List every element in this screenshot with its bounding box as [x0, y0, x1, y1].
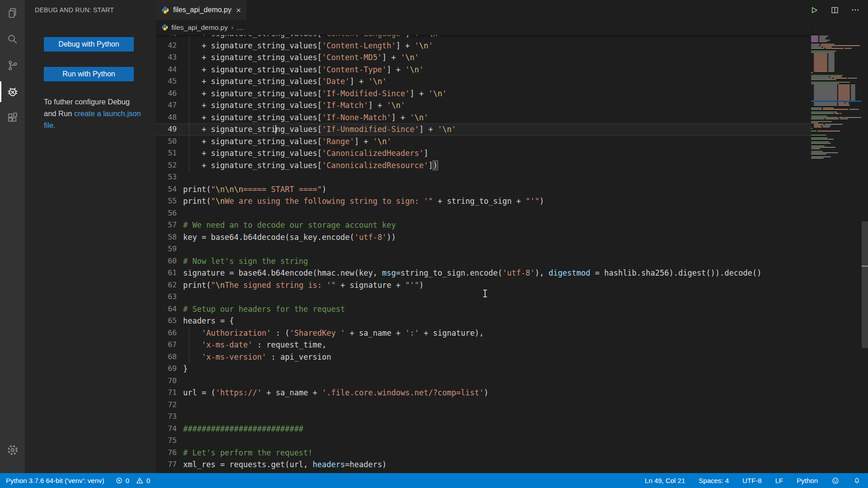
code-line[interactable]: 61signature = base64.b64encode(hmac.new(…	[156, 267, 811, 279]
code-line[interactable]: 77xml_res = requests.get(url, headers=he…	[156, 459, 811, 471]
scrollbar-thumb[interactable]	[862, 221, 868, 348]
line-number[interactable]: 57	[156, 219, 177, 231]
run-icon[interactable]	[810, 6, 819, 14]
line-number[interactable]: 76	[156, 447, 177, 459]
line-number[interactable]: 60	[156, 255, 177, 267]
line-number[interactable]: 59	[156, 243, 177, 255]
line-number[interactable]: 75	[156, 435, 177, 447]
code-line[interactable]: 68 'x-ms-version' : api_version	[156, 351, 811, 363]
line-number[interactable]: 68	[156, 351, 177, 363]
extensions-icon[interactable]	[0, 105, 25, 131]
code-line[interactable]: 55print("\nWe are using the following st…	[156, 195, 811, 207]
line-number[interactable]: 52	[156, 160, 177, 172]
code-line[interactable]: 43 + signature_string_values['Content-MD…	[156, 52, 811, 64]
code-line[interactable]: 53	[156, 171, 811, 183]
code-line[interactable]: 46 + signature_string_values['If-Modifie…	[156, 88, 811, 100]
line-number[interactable]: 46	[156, 88, 177, 100]
line-number[interactable]: 71	[156, 387, 177, 399]
run-with-python-button[interactable]: Run with Python	[44, 67, 134, 81]
minimap-line	[811, 36, 818, 37]
line-number[interactable]: 62	[156, 279, 177, 291]
code-line[interactable]: 76# Let's perform the request!	[156, 447, 811, 459]
notifications-bell-icon[interactable]	[853, 477, 861, 485]
indentation-status[interactable]: Spaces: 4	[699, 477, 729, 484]
line-number[interactable]: 72	[156, 399, 177, 411]
code-line[interactable]: 60# Now let's sign the string	[156, 255, 811, 267]
line-number[interactable]: 67	[156, 339, 177, 351]
code-editor[interactable]: 41 + signature_string_values['Content-La…	[156, 35, 811, 473]
line-number[interactable]: 45	[156, 75, 177, 88]
code-line[interactable]: 41 + signature_string_values['Content-La…	[156, 35, 811, 40]
code-line[interactable]: 66 'Authorization' : ('SharedKey ' + sa_…	[156, 327, 811, 339]
code-line[interactable]: 54print("\n\n\n===== START ====")	[156, 183, 811, 196]
line-number[interactable]: 44	[156, 64, 177, 76]
line-number[interactable]: 43	[156, 52, 177, 64]
line-number[interactable]: 69	[156, 363, 177, 375]
breadcrumb-more[interactable]: ...	[237, 23, 244, 32]
code-line[interactable]: 51 + signature_string_values['Canonicali…	[156, 147, 811, 160]
code-line[interactable]: 44 + signature_string_values['Content-Ty…	[156, 64, 811, 76]
code-line[interactable]: 71url = ('https://' + sa_name + '.file.c…	[156, 387, 811, 399]
line-number[interactable]: 47	[156, 99, 177, 112]
line-number[interactable]: 70	[156, 375, 177, 387]
split-editor-icon[interactable]	[830, 6, 839, 14]
encoding-status[interactable]: UTF-8	[742, 477, 762, 484]
line-number[interactable]: 58	[156, 231, 177, 244]
code-line[interactable]: 42 + signature_string_values['Content-Le…	[156, 40, 811, 52]
code-line[interactable]: 69}	[156, 363, 811, 375]
line-number[interactable]: 63	[156, 291, 177, 303]
code-line[interactable]: 72	[156, 399, 811, 411]
eol-status[interactable]: LF	[775, 477, 783, 484]
line-number[interactable]: 61	[156, 267, 177, 279]
explorer-icon[interactable]	[0, 0, 25, 26]
feedback-smiley-icon[interactable]	[831, 477, 840, 485]
code-line[interactable]: 70	[156, 375, 811, 387]
code-line[interactable]: 56	[156, 207, 811, 220]
close-icon[interactable]: ×	[236, 6, 241, 14]
debug-with-python-button[interactable]: Debug with Python	[44, 37, 134, 52]
code-line[interactable]: 75	[156, 435, 811, 447]
line-number[interactable]: 73	[156, 411, 177, 423]
code-line[interactable]: 73	[156, 411, 811, 423]
source-control-icon[interactable]	[0, 52, 25, 79]
line-number[interactable]: 55	[156, 195, 177, 207]
code-line[interactable]: 49 + signature_string_values['If-Unmodif…	[156, 123, 811, 136]
line-number[interactable]: 53	[156, 171, 177, 183]
cursor-position-status[interactable]: Ln 49, Col 21	[645, 477, 685, 484]
tab-files-api-demo[interactable]: files_api_demo.py ×	[156, 0, 246, 20]
line-number[interactable]: 50	[156, 136, 177, 148]
code-line[interactable]: 45 + signature_string_values['Date'] + '…	[156, 75, 811, 88]
line-number[interactable]: 54	[156, 183, 177, 196]
code-line[interactable]: 59	[156, 243, 811, 255]
line-number[interactable]: 64	[156, 303, 177, 315]
minimap[interactable]	[811, 35, 862, 469]
code-line[interactable]: 67 'x-ms-date' : request_time,	[156, 339, 811, 351]
code-line[interactable]: 50 + signature_string_values['Range'] + …	[156, 136, 811, 148]
code-line[interactable]: 58key = base64.b64decode(sa_key.encode('…	[156, 231, 811, 244]
line-number[interactable]: 48	[156, 112, 177, 124]
line-number[interactable]: 51	[156, 147, 177, 160]
settings-gear-icon[interactable]	[0, 437, 25, 463]
line-number[interactable]: 66	[156, 327, 177, 339]
line-number[interactable]: 56	[156, 207, 177, 220]
line-number[interactable]: 77	[156, 459, 177, 471]
code-line[interactable]: 52 + signature_string_values['Canonicali…	[156, 160, 811, 172]
line-number[interactable]: 49	[156, 124, 177, 135]
language-mode-status[interactable]: Python	[797, 477, 818, 484]
code-line[interactable]: 47 + signature_string_values['If-Match']…	[156, 99, 811, 112]
code-line[interactable]: 65headers = {	[156, 315, 811, 327]
code-line[interactable]: 57# We need an to decode our storage acc…	[156, 219, 811, 231]
python-interpreter-status[interactable]: Python 3.7.6 64-bit ('venv': venv)	[6, 477, 104, 484]
debug-icon[interactable]	[0, 79, 25, 105]
line-number[interactable]: 65	[156, 315, 177, 327]
problems-status[interactable]: 0 0	[115, 477, 151, 484]
line-number[interactable]: 74	[156, 423, 177, 435]
breadcrumb-file[interactable]: files_api_demo.py	[171, 23, 228, 32]
search-icon[interactable]	[0, 26, 25, 52]
line-number[interactable]: 42	[156, 40, 177, 52]
code-line[interactable]: 48 + signature_string_values['If-None-Ma…	[156, 112, 811, 124]
more-actions-icon[interactable]	[851, 5, 860, 14]
code-line[interactable]: 64# Setup our headers for the request	[156, 303, 811, 315]
line-number[interactable]: 41	[156, 35, 177, 40]
code-line[interactable]: 74##########################	[156, 423, 811, 435]
